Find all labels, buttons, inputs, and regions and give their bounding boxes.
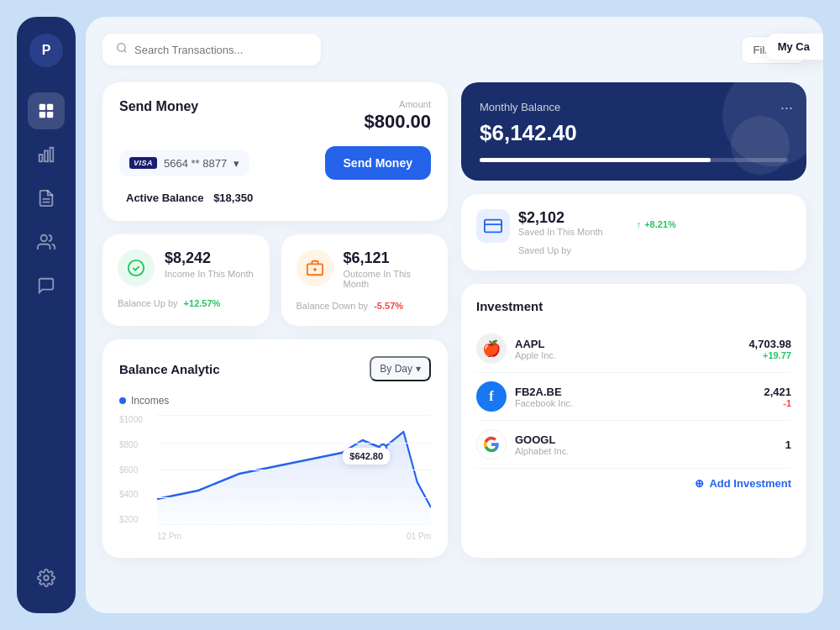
left-column: Send Money Amount $800.00 VISA 5664 ** 8… xyxy=(102,82,448,558)
chart-legend: Incomes xyxy=(119,395,431,407)
monthly-balance-card: ... Monthly Balance $6,142.40 xyxy=(461,82,806,181)
send-money-title: Send Money xyxy=(119,99,198,114)
income-change-value: +12.57% xyxy=(184,298,221,308)
by-day-label: By Day xyxy=(380,363,412,375)
income-card-inner: $8,242 Income In This Month xyxy=(118,249,255,286)
income-info: $8,242 Income In This Month xyxy=(165,249,254,279)
y-label-600: $600 xyxy=(119,465,143,475)
saved-change-value: +8.21% xyxy=(644,219,676,229)
y-label-400: $400 xyxy=(119,490,143,499)
search-icon xyxy=(116,42,128,57)
analytic-title: Balance Analytic xyxy=(119,362,220,376)
right-column: ... Monthly Balance $6,142.40 xyxy=(461,82,806,558)
googl-info: GOOGL Alphabet Inc. xyxy=(515,433,569,456)
svg-rect-1 xyxy=(47,104,53,110)
aapl-company: Apple Inc. xyxy=(515,350,556,360)
search-input[interactable] xyxy=(134,44,307,56)
googl-value: 1 xyxy=(785,438,791,451)
sidebar-item-dashboard[interactable] xyxy=(28,92,65,129)
outcome-label: Outcome In This Month xyxy=(344,269,433,289)
aapl-ticker: AAPL xyxy=(515,338,556,350)
googl-logo xyxy=(476,429,507,459)
sidebar-nav xyxy=(28,92,65,596)
legend-label: Incomes xyxy=(131,395,169,407)
sidebar-item-documents[interactable] xyxy=(28,180,65,217)
main-content: My Ca Filters ▾ Send xyxy=(86,17,823,613)
grid-line-top xyxy=(157,415,431,416)
send-money-header: Send Money Amount $800.00 xyxy=(119,99,431,133)
card-selector[interactable]: VISA 5664 ** 8877 ▾ xyxy=(119,150,249,176)
googl-company: Alphabet Inc. xyxy=(515,446,569,456)
visa-logo: VISA xyxy=(129,157,157,169)
my-card-tab[interactable]: My Ca xyxy=(764,34,823,60)
fb-info: FB2A.BE Facebook Inc. xyxy=(515,386,573,408)
inv-left-fb: f FB2A.BE Facebook Inc. xyxy=(476,381,573,412)
outcome-change-label: Balance Down by xyxy=(297,301,369,311)
outcome-info: $6,121 Outcome In This Month xyxy=(344,249,433,289)
investment-card: Investment 🍎 AAPL Apple Inc. 4,703.98 xyxy=(461,284,806,558)
outcome-icon xyxy=(297,249,333,286)
saved-up-arrow: ↑ xyxy=(637,219,642,229)
avatar: P xyxy=(29,34,63,67)
outcome-card: $6,121 Outcome In This Month Balance Dow… xyxy=(281,234,449,326)
googl-ticker: GOOGL xyxy=(515,433,569,446)
sidebar-item-analytics[interactable] xyxy=(28,136,65,173)
dropdown-arrow: ▾ xyxy=(234,157,239,170)
outcome-change-row: Balance Down by -5.57% xyxy=(297,301,433,311)
inv-left-googl: GOOGL Alphabet Inc. xyxy=(476,429,569,459)
svg-rect-0 xyxy=(39,104,45,110)
aapl-logo: 🍎 xyxy=(476,333,507,364)
saved-value: $2,102 xyxy=(518,209,603,227)
y-label-1000: $1000 xyxy=(119,415,143,424)
amount-label: Amount xyxy=(364,99,431,109)
outcome-card-inner: $6,121 Outcome In This Month xyxy=(297,249,433,289)
fb-value: 2,421 xyxy=(764,386,791,398)
sidebar-item-users[interactable] xyxy=(28,223,65,260)
income-value: $8,242 xyxy=(165,249,254,267)
search-bar[interactable] xyxy=(102,34,321,66)
legend-dot xyxy=(119,397,126,404)
svg-point-10 xyxy=(44,575,49,580)
svg-rect-4 xyxy=(39,155,43,161)
svg-rect-16 xyxy=(485,220,501,233)
fb-change: -1 xyxy=(764,398,791,408)
y-label-800: $800 xyxy=(119,440,143,449)
send-money-button[interactable]: Send Money xyxy=(325,146,431,180)
svg-rect-6 xyxy=(50,148,54,162)
chart-tooltip: $642.80 xyxy=(343,448,390,465)
sidebar: P xyxy=(17,17,76,613)
monthly-menu-button[interactable]: ... xyxy=(780,96,793,113)
inv-left-aapl: 🍎 AAPL Apple Inc. xyxy=(476,333,556,364)
active-balance: Active Balance $18,350 xyxy=(119,192,431,204)
income-icon xyxy=(118,249,155,286)
add-investment-button[interactable]: ⊕ Add Investment xyxy=(476,477,791,490)
fb-ticker: FB2A.BE xyxy=(515,386,573,398)
active-balance-value: $18,350 xyxy=(213,192,253,204)
send-money-row: VISA 5664 ** 8877 ▾ Send Money xyxy=(119,146,431,180)
investment-item-googl[interactable]: GOOGL Alphabet Inc. 1 xyxy=(476,421,791,469)
stats-row: $8,242 Income In This Month Balance Up b… xyxy=(102,234,448,326)
investment-item-aapl[interactable]: 🍎 AAPL Apple Inc. 4,703.98 +19.77 xyxy=(476,325,791,373)
outcome-change-value: -5.57% xyxy=(374,301,403,311)
by-day-button[interactable]: By Day ▾ xyxy=(370,356,431,381)
fb-logo: f xyxy=(476,381,507,412)
dropdown-icon: ▾ xyxy=(416,363,421,375)
investment-item-fb[interactable]: f FB2A.BE Facebook Inc. 2,421 -1 xyxy=(476,373,791,421)
grid-line-bottom xyxy=(157,524,431,525)
aapl-value: 4,703.98 xyxy=(748,338,791,350)
saved-info: $2,102 Saved In This Month ↑ +8.21% Save… xyxy=(518,209,676,255)
income-change-label: Balance Up by xyxy=(118,298,178,308)
svg-point-11 xyxy=(118,44,125,51)
grid-line-3 xyxy=(157,497,431,498)
x-label-12pm: 12 Pm xyxy=(157,532,181,541)
sidebar-item-messages[interactable] xyxy=(28,267,65,304)
saved-by-label: Saved Up by xyxy=(518,245,676,255)
svg-rect-2 xyxy=(39,112,45,118)
sidebar-item-settings[interactable] xyxy=(28,559,65,596)
chart-area: $642.80 xyxy=(157,415,431,524)
outcome-value: $6,121 xyxy=(344,249,433,267)
y-label-200: $200 xyxy=(119,515,143,524)
saved-card: $2,102 Saved In This Month ↑ +8.21% Save… xyxy=(461,194,806,270)
inv-right-googl: 1 xyxy=(785,438,791,451)
active-balance-label: Active Balance xyxy=(126,192,204,204)
